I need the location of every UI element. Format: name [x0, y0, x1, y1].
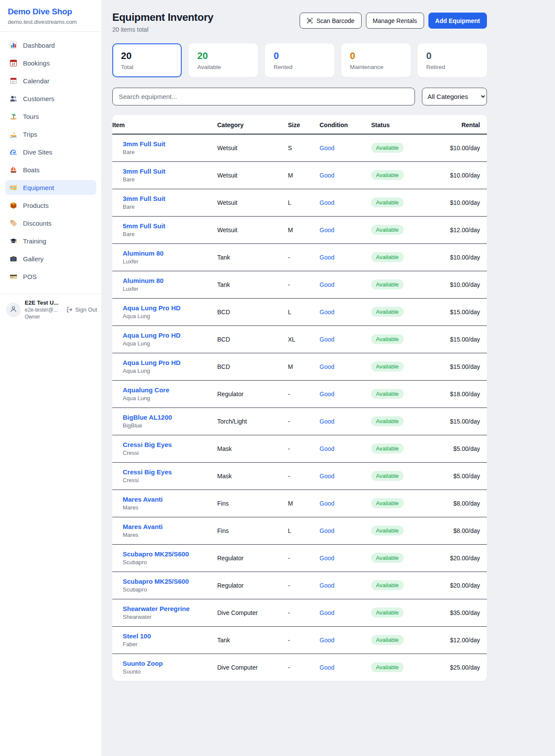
condition-link[interactable]: Good [320, 418, 334, 425]
condition-link[interactable]: Good [320, 609, 334, 616]
condition-link[interactable]: Good [320, 582, 334, 589]
status-cell: Available [371, 654, 435, 681]
manage-rentals-button[interactable]: Manage Rentals [366, 13, 424, 29]
condition-link[interactable]: Good [320, 473, 334, 480]
item-name-link[interactable]: Aqua Lung Pro HD [123, 332, 180, 339]
condition-link[interactable]: Good [320, 145, 334, 151]
item-name-link[interactable]: Mares Avanti [123, 496, 163, 503]
item-category: BCD [217, 326, 288, 353]
condition-link[interactable]: Good [320, 254, 334, 261]
item-name-link[interactable]: 3mm Full Suit [123, 168, 165, 175]
sidebar-item[interactable]: Products [5, 198, 96, 213]
sidebar-item[interactable]: Training [5, 233, 96, 248]
sidebar-item[interactable]: 17 Bookings [5, 56, 96, 70]
item-name-link[interactable]: Cressi Big Eyes [123, 468, 172, 476]
sidebar: Demo Dive Shop demo.test.divestreams.com… [0, 0, 102, 756]
table-body: 3mm Full Suit Bare Wetsuit S Good Availa… [112, 134, 487, 681]
item-size: S [288, 134, 320, 162]
item-name-link[interactable]: Scubapro MK25/S600 [123, 578, 189, 585]
status-cell: Available [371, 244, 435, 271]
condition-link[interactable]: Good [320, 363, 334, 370]
condition-link[interactable]: Good [320, 500, 334, 507]
add-equipment-button[interactable]: Add Equipment [428, 13, 487, 29]
sidebar-item[interactable]: Calendar [5, 73, 96, 88]
item-brand: Luxfer [123, 258, 217, 265]
item-name-link[interactable]: Aluminum 80 [123, 277, 163, 284]
item-name-link[interactable]: Cressi Big Eyes [123, 441, 172, 448]
item-category: Torch/Light [217, 408, 288, 435]
condition-link[interactable]: Good [320, 527, 334, 534]
status-badge: Available [371, 170, 404, 180]
status-cell: Available [371, 490, 435, 517]
stat-card[interactable]: 20 Available [189, 43, 258, 77]
condition-link[interactable]: Good [320, 172, 334, 179]
condition-cell: Good [320, 599, 371, 627]
sidebar-item[interactable]: Customers [5, 91, 96, 106]
item-cell: Aluminum 80 Luxfer [112, 244, 217, 271]
sidebar-item[interactable]: Dashboard [5, 38, 96, 53]
scan-barcode-button[interactable]: Scan Barcode [300, 13, 362, 29]
condition-link[interactable]: Good [320, 336, 334, 343]
condition-link[interactable]: Good [320, 309, 334, 316]
table-row: 3mm Full Suit Bare Wetsuit M Good Availa… [112, 162, 487, 189]
condition-link[interactable]: Good [320, 199, 334, 206]
column-header: Item [112, 115, 217, 134]
status-cell: Available [371, 217, 435, 244]
stat-card[interactable]: 0 Retired [418, 43, 487, 77]
sidebar-item[interactable]: Gallery [5, 251, 96, 266]
condition-link[interactable]: Good [320, 664, 334, 671]
item-name-link[interactable]: Aqualung Core [123, 386, 170, 394]
condition-link[interactable]: Good [320, 227, 334, 233]
item-size: - [288, 435, 320, 463]
status-badge: Available [371, 635, 404, 645]
item-name-link[interactable]: Aluminum 80 [123, 250, 163, 257]
item-rental: $10.00/day [435, 271, 487, 299]
item-name-link[interactable]: Mares Avanti [123, 523, 163, 530]
item-name-link[interactable]: Suunto Zoop [123, 660, 163, 667]
item-cell: 5mm Full Suit Bare [112, 217, 217, 244]
item-cell: Aqua Lung Pro HD Aqua Lung [112, 353, 217, 381]
sidebar-item[interactable]: Trips [5, 127, 96, 141]
scan-barcode-label: Scan Barcode [317, 17, 355, 24]
condition-link[interactable]: Good [320, 391, 334, 398]
item-brand: Aqua Lung [123, 340, 217, 347]
item-name-link[interactable]: Aqua Lung Pro HD [123, 359, 180, 366]
item-name-link[interactable]: Scubapro MK25/S600 [123, 550, 189, 558]
condition-link[interactable]: Good [320, 445, 334, 452]
condition-cell: Good [320, 271, 371, 299]
category-select[interactable]: All Categories [422, 88, 487, 105]
condition-cell: Good [320, 517, 371, 545]
stat-card[interactable]: 20 Total [112, 43, 182, 77]
item-name-link[interactable]: Shearwater Peregrine [123, 605, 189, 612]
item-name-link[interactable]: Aqua Lung Pro HD [123, 304, 180, 312]
sidebar-item[interactable]: Discounts [5, 216, 96, 230]
item-cell: Cressi Big Eyes Cressi [112, 435, 217, 463]
status-cell: Available [371, 408, 435, 435]
sidebar-item[interactable]: POS [5, 269, 96, 284]
item-brand: Bare [123, 204, 217, 210]
sign-out-button[interactable]: Sign Out [66, 306, 97, 313]
stat-card[interactable]: 0 Rented [265, 43, 334, 77]
item-category: Tank [217, 271, 288, 299]
equipment-table-card: Item Category Size Condition Status Rent… [112, 115, 487, 681]
sidebar-item[interactable]: Tours [5, 109, 96, 124]
table-row: 3mm Full Suit Bare Wetsuit S Good Availa… [112, 134, 487, 162]
item-name-link[interactable]: 5mm Full Suit [123, 222, 165, 230]
sidebar-item[interactable]: Equipment [5, 180, 96, 195]
condition-link[interactable]: Good [320, 555, 334, 562]
status-cell: Available [371, 599, 435, 627]
item-name-link[interactable]: BigBlue AL1200 [123, 414, 172, 421]
item-name-link[interactable]: 3mm Full Suit [123, 195, 165, 202]
calendar-pad-icon [10, 77, 17, 85]
item-name-link[interactable]: 3mm Full Suit [123, 140, 165, 148]
sidebar-item[interactable]: Boats [5, 162, 96, 177]
item-name-link[interactable]: Steel 100 [123, 632, 151, 640]
stat-card[interactable]: 0 Maintenance [341, 43, 411, 77]
status-badge: Available [371, 526, 404, 536]
sidebar-item[interactable]: Dive Sites [5, 145, 96, 159]
condition-link[interactable]: Good [320, 281, 334, 288]
sidebar-item-label: Equipment [23, 184, 54, 191]
condition-link[interactable]: Good [320, 637, 334, 644]
item-brand: Bare [123, 149, 217, 155]
search-input[interactable] [112, 88, 415, 105]
